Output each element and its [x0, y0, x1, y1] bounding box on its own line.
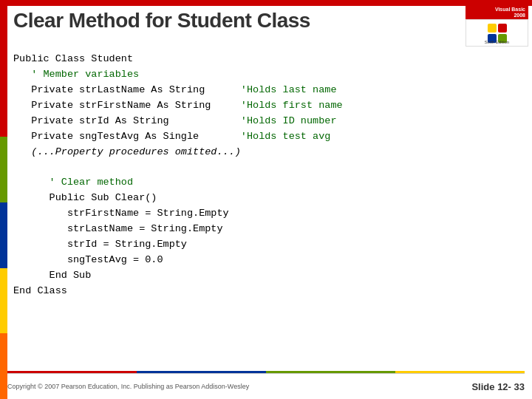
logo-area: Visual Basic 2008 Sixth Edition [466, 6, 528, 47]
block-yellow [488, 24, 497, 33]
code-line-13: sngTestAvg = 0.0 [13, 253, 523, 268]
slide: Visual Basic 2008 Sixth Edition Clear Me… [0, 0, 532, 399]
logo-edition: Sixth Edition [466, 40, 528, 44]
code-line-8: ' Clear method [13, 175, 523, 191]
copyright-text: Copyright © 2007 Pearson Education, Inc.… [7, 383, 249, 390]
code-line-6: Private sngTestAvg As Single 'Holds test… [13, 129, 523, 145]
bar-blue [0, 202, 7, 268]
code-line-11: strLastName = String.Empty [13, 222, 523, 237]
code-line-3: Private strLastName As String 'Holds las… [13, 83, 523, 98]
footer: Copyright © 2007 Pearson Education, Inc.… [7, 373, 525, 399]
code-content: Public Class Student ' Member variables … [13, 52, 523, 369]
left-bars [0, 6, 7, 399]
code-line-15: End Class [13, 284, 523, 299]
code-line-10: strFirstName = String.Empty [13, 206, 523, 222]
bar-green [0, 137, 7, 202]
logo-bottom: Sixth Edition [466, 19, 528, 47]
code-line-14: End Sub [13, 268, 523, 284]
code-line-4: Private strFirstName As String 'Holds fi… [13, 98, 523, 114]
slide-title: Clear Method for Student Class [13, 9, 458, 33]
top-bar [0, 0, 532, 6]
block-red [498, 24, 507, 33]
bar-orange [0, 333, 7, 399]
code-line-2: ' Member variables [13, 67, 523, 83]
bar-yellow [0, 268, 7, 334]
code-line-5: Private strId As String 'Holds ID number [13, 114, 523, 129]
title-area: Clear Method for Student Class [13, 9, 458, 33]
bar-red [0, 6, 7, 137]
code-line-7: (...Property procedures omitted...) [13, 145, 523, 160]
code-line-blank [13, 160, 523, 175]
code-line-1: Public Class Student [13, 52, 523, 67]
code-line-9: Public Sub Clear() [13, 191, 523, 206]
logo-top: Visual Basic 2008 [466, 6, 528, 19]
logo-text: Visual Basic 2008 [495, 7, 525, 19]
slide-number: Slide 12- 33 [471, 381, 525, 392]
code-line-12: strId = String.Empty [13, 237, 523, 253]
